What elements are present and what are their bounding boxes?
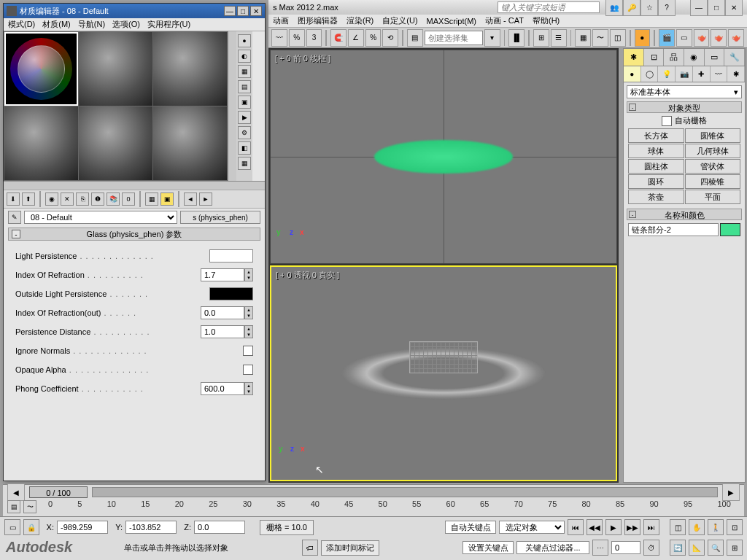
make-preview-icon[interactable]: ▶ xyxy=(238,111,251,124)
mat-menu-options[interactable]: 选项(O) xyxy=(112,19,140,30)
curve-icon[interactable]: 〰 xyxy=(271,29,287,47)
rollout-toggle-icon[interactable]: - xyxy=(12,230,20,238)
plane-button[interactable]: 平面 xyxy=(685,190,741,204)
autogrid-checkbox[interactable] xyxy=(662,116,672,126)
curve-editor-icon[interactable]: 〜 xyxy=(592,29,608,47)
time-config-icon[interactable]: ⏱ xyxy=(643,540,659,556)
spacewarps-subtab[interactable]: 〰 xyxy=(711,66,728,82)
torus-button[interactable]: 圆环 xyxy=(628,174,684,189)
persist-dist-spinner[interactable]: 1.0 xyxy=(201,325,244,338)
arc-rotate-icon[interactable]: 🔄 xyxy=(670,540,686,556)
tube-button[interactable]: 管状体 xyxy=(685,159,741,174)
trackbar-curves-icon[interactable]: 〜 xyxy=(23,500,36,513)
help-search-input[interactable] xyxy=(498,1,600,13)
viewport-front-label[interactable]: [ + 0 前 0 线框 ] xyxy=(275,53,330,64)
slots-scrollbar[interactable] xyxy=(228,31,236,181)
snap-icon[interactable]: 🧲 xyxy=(330,29,347,47)
hierarchy-tab[interactable]: 品 xyxy=(664,49,684,66)
info-icon[interactable]: 👥 xyxy=(605,0,623,16)
selection-set-input[interactable] xyxy=(425,31,483,45)
time-next-icon[interactable]: ▶ xyxy=(722,483,740,501)
render-icon[interactable]: 🫖 xyxy=(728,29,744,47)
light-persistence-color[interactable] xyxy=(209,249,253,262)
lock-selection-icon[interactable]: 🔒 xyxy=(23,519,39,535)
cameras-subtab[interactable]: 📷 xyxy=(676,66,693,82)
render-prod-icon[interactable]: 🫖 xyxy=(694,29,710,47)
pyramid-button[interactable]: 四棱锥 xyxy=(685,174,741,189)
graphite-icon[interactable]: ▦ xyxy=(575,29,591,47)
key-mode-toggle-icon[interactable]: ⋯ xyxy=(592,540,608,556)
ior-spinner-arrows[interactable]: ▲▼ xyxy=(244,268,253,281)
systems-subtab[interactable]: ✱ xyxy=(727,66,745,82)
ior-out-spinner-arrows[interactable]: ▲▼ xyxy=(244,306,253,319)
setkey-button[interactable]: 设置关键点 xyxy=(462,541,514,554)
object-color-swatch[interactable] xyxy=(720,223,740,236)
minimize-icon[interactable]: — xyxy=(690,0,708,16)
video-check-icon[interactable]: ▣ xyxy=(238,96,251,109)
viewport-front[interactable]: [ + 0 前 0 线框 ] z x y xyxy=(270,50,617,264)
mat-map-nav-icon[interactable]: ▦ xyxy=(238,157,251,170)
object-name-input[interactable]: 链条部分-2 xyxy=(628,223,719,236)
backlight-icon[interactable]: ◐ xyxy=(238,50,251,63)
current-frame-input[interactable] xyxy=(611,541,640,554)
shapes-subtab[interactable]: ◯ xyxy=(641,66,659,82)
z-coord-input[interactable] xyxy=(194,521,245,534)
time-slider-track[interactable] xyxy=(92,487,718,497)
menu-customize[interactable]: 自定义(U) xyxy=(382,15,417,26)
box-button[interactable]: 长方体 xyxy=(628,128,684,143)
align-icon[interactable]: ⊞ xyxy=(533,29,549,47)
menu-animation-cat[interactable]: 动画 - CAT xyxy=(485,15,524,26)
reset-map-icon[interactable]: ✕ xyxy=(61,192,74,206)
material-slot-4[interactable] xyxy=(4,106,78,180)
cone-button[interactable]: 圆锥体 xyxy=(685,128,741,143)
add-time-tag[interactable]: 添加时间标记 xyxy=(321,540,379,556)
sample-type-icon[interactable]: ● xyxy=(238,34,251,47)
autokey-button[interactable]: 自动关键点 xyxy=(445,521,496,534)
model-wireframe[interactable] xyxy=(374,140,513,174)
assign-to-sel-icon[interactable]: ◉ xyxy=(45,192,58,206)
dropdown-arrow-icon[interactable]: ▾ xyxy=(484,29,500,47)
goto-start-icon[interactable]: ⏮ xyxy=(568,519,584,535)
put-to-scene-icon[interactable]: ⬆ xyxy=(22,192,35,206)
ior-spinner[interactable]: 1.7 xyxy=(201,268,244,281)
fov-icon[interactable]: 📐 xyxy=(689,540,705,556)
create-tab[interactable]: ✱ xyxy=(624,49,644,66)
geometry-subtab[interactable]: ● xyxy=(624,66,641,82)
trackbar[interactable]: 0510 152025 303540 455055 606570 758085 … xyxy=(39,499,740,514)
name-color-header[interactable]: - 名称和颜色 xyxy=(627,209,742,220)
play-icon[interactable]: ▶ xyxy=(605,519,622,535)
mat-menu-material[interactable]: 材质(M) xyxy=(42,19,71,30)
prev-frame-icon[interactable]: ◀◀ xyxy=(587,519,603,535)
helpers-subtab[interactable]: ✚ xyxy=(693,66,711,82)
time-tag-icon[interactable]: 🏷 xyxy=(302,540,318,556)
glass-rollout-header[interactable]: - Glass (physics_phen) 参数 xyxy=(8,228,260,241)
show-in-vp-icon[interactable]: ▦ xyxy=(145,192,158,206)
render-frame-icon[interactable]: ▭ xyxy=(676,29,692,47)
viewport-persp-label[interactable]: [ + 0 透视 0 真实 ] xyxy=(276,270,339,281)
minimize-icon[interactable]: — xyxy=(224,6,236,16)
mat-id-icon[interactable]: 0 xyxy=(122,192,135,206)
display-tab[interactable]: ▭ xyxy=(705,49,725,66)
percent-snap-icon[interactable]: % xyxy=(365,29,382,47)
percent-icon[interactable]: % xyxy=(289,29,305,47)
mat-menu-mode[interactable]: 模式(D) xyxy=(8,19,35,30)
uv-tiling-icon[interactable]: ▤ xyxy=(238,80,251,93)
y-coord-input[interactable] xyxy=(125,521,177,534)
make-copy-icon[interactable]: ⎘ xyxy=(76,192,89,206)
slots-h-scrollbar[interactable] xyxy=(4,181,265,190)
number3-icon[interactable]: 3 xyxy=(306,29,322,47)
get-material-icon[interactable]: ⬇ xyxy=(7,192,20,206)
trackbar-filter-icon[interactable]: ▤ xyxy=(7,500,20,513)
key-filters-button[interactable]: 关键点过滤器... xyxy=(516,541,589,554)
schematic-icon[interactable]: ◫ xyxy=(610,29,626,47)
motion-tab[interactable]: ◉ xyxy=(684,49,705,66)
menu-animation[interactable]: 动画 xyxy=(273,15,289,26)
utilities-tab[interactable]: 🔧 xyxy=(724,49,745,66)
zoom-icon[interactable]: 🔍 xyxy=(708,540,724,556)
close-icon[interactable]: ✕ xyxy=(725,0,743,16)
cylinder-button[interactable]: 圆柱体 xyxy=(628,159,684,174)
maximize-icon[interactable]: □ xyxy=(237,6,249,16)
render-setup-icon[interactable]: 🎬 xyxy=(659,29,675,47)
material-slot-5[interactable] xyxy=(79,106,152,180)
make-unique-icon[interactable]: ❶ xyxy=(91,192,104,206)
